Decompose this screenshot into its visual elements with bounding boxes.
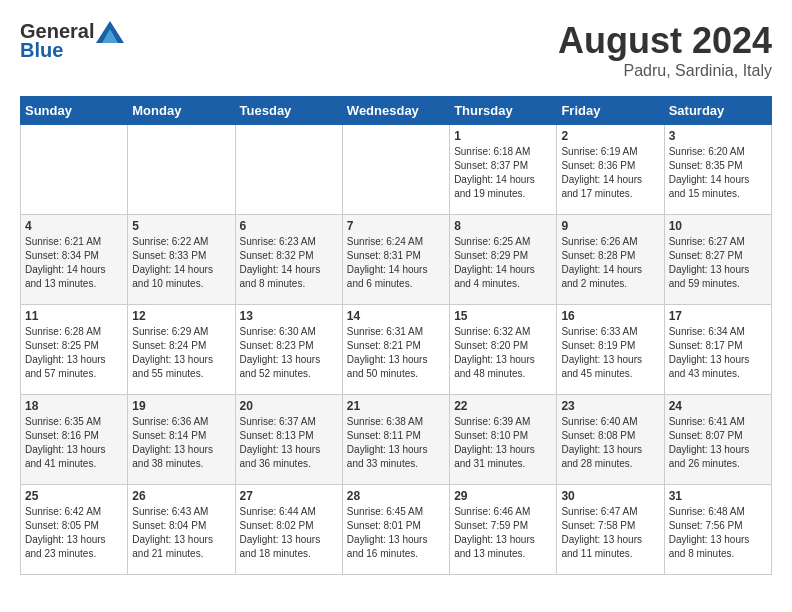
day-number: 2	[561, 129, 659, 143]
day-info: Sunrise: 6:44 AMSunset: 8:02 PMDaylight:…	[240, 505, 338, 561]
week-row-4: 18Sunrise: 6:35 AMSunset: 8:16 PMDayligh…	[21, 395, 772, 485]
calendar-cell	[342, 125, 449, 215]
calendar-table: SundayMondayTuesdayWednesdayThursdayFrid…	[20, 96, 772, 575]
day-number: 27	[240, 489, 338, 503]
day-number: 17	[669, 309, 767, 323]
calendar-cell: 29Sunrise: 6:46 AMSunset: 7:59 PMDayligh…	[450, 485, 557, 575]
month-title: August 2024	[558, 20, 772, 62]
page-header: General Blue August 2024 Padru, Sardinia…	[20, 20, 772, 80]
day-number: 26	[132, 489, 230, 503]
day-number: 29	[454, 489, 552, 503]
header-day-friday: Friday	[557, 97, 664, 125]
day-number: 22	[454, 399, 552, 413]
header-day-monday: Monday	[128, 97, 235, 125]
day-info: Sunrise: 6:41 AMSunset: 8:07 PMDaylight:…	[669, 415, 767, 471]
day-number: 9	[561, 219, 659, 233]
header-day-wednesday: Wednesday	[342, 97, 449, 125]
calendar-cell	[21, 125, 128, 215]
day-number: 4	[25, 219, 123, 233]
calendar-cell: 12Sunrise: 6:29 AMSunset: 8:24 PMDayligh…	[128, 305, 235, 395]
day-number: 15	[454, 309, 552, 323]
day-number: 28	[347, 489, 445, 503]
day-info: Sunrise: 6:39 AMSunset: 8:10 PMDaylight:…	[454, 415, 552, 471]
calendar-cell: 27Sunrise: 6:44 AMSunset: 8:02 PMDayligh…	[235, 485, 342, 575]
calendar-cell: 9Sunrise: 6:26 AMSunset: 8:28 PMDaylight…	[557, 215, 664, 305]
day-number: 16	[561, 309, 659, 323]
calendar-cell: 13Sunrise: 6:30 AMSunset: 8:23 PMDayligh…	[235, 305, 342, 395]
calendar-cell: 24Sunrise: 6:41 AMSunset: 8:07 PMDayligh…	[664, 395, 771, 485]
day-info: Sunrise: 6:18 AMSunset: 8:37 PMDaylight:…	[454, 145, 552, 201]
day-info: Sunrise: 6:31 AMSunset: 8:21 PMDaylight:…	[347, 325, 445, 381]
day-info: Sunrise: 6:26 AMSunset: 8:28 PMDaylight:…	[561, 235, 659, 291]
day-info: Sunrise: 6:21 AMSunset: 8:34 PMDaylight:…	[25, 235, 123, 291]
day-info: Sunrise: 6:20 AMSunset: 8:35 PMDaylight:…	[669, 145, 767, 201]
day-info: Sunrise: 6:35 AMSunset: 8:16 PMDaylight:…	[25, 415, 123, 471]
day-number: 23	[561, 399, 659, 413]
day-info: Sunrise: 6:42 AMSunset: 8:05 PMDaylight:…	[25, 505, 123, 561]
day-number: 12	[132, 309, 230, 323]
calendar-cell: 23Sunrise: 6:40 AMSunset: 8:08 PMDayligh…	[557, 395, 664, 485]
week-row-2: 4Sunrise: 6:21 AMSunset: 8:34 PMDaylight…	[21, 215, 772, 305]
day-info: Sunrise: 6:34 AMSunset: 8:17 PMDaylight:…	[669, 325, 767, 381]
calendar-cell: 19Sunrise: 6:36 AMSunset: 8:14 PMDayligh…	[128, 395, 235, 485]
day-number: 25	[25, 489, 123, 503]
calendar-cell: 16Sunrise: 6:33 AMSunset: 8:19 PMDayligh…	[557, 305, 664, 395]
week-row-1: 1Sunrise: 6:18 AMSunset: 8:37 PMDaylight…	[21, 125, 772, 215]
calendar-cell: 30Sunrise: 6:47 AMSunset: 7:58 PMDayligh…	[557, 485, 664, 575]
header-day-tuesday: Tuesday	[235, 97, 342, 125]
day-info: Sunrise: 6:47 AMSunset: 7:58 PMDaylight:…	[561, 505, 659, 561]
week-row-3: 11Sunrise: 6:28 AMSunset: 8:25 PMDayligh…	[21, 305, 772, 395]
calendar-cell	[128, 125, 235, 215]
day-number: 7	[347, 219, 445, 233]
calendar-cell: 26Sunrise: 6:43 AMSunset: 8:04 PMDayligh…	[128, 485, 235, 575]
calendar-cell: 6Sunrise: 6:23 AMSunset: 8:32 PMDaylight…	[235, 215, 342, 305]
calendar-cell: 2Sunrise: 6:19 AMSunset: 8:36 PMDaylight…	[557, 125, 664, 215]
logo: General Blue	[20, 20, 124, 62]
calendar-cell: 22Sunrise: 6:39 AMSunset: 8:10 PMDayligh…	[450, 395, 557, 485]
calendar-cell: 25Sunrise: 6:42 AMSunset: 8:05 PMDayligh…	[21, 485, 128, 575]
day-number: 21	[347, 399, 445, 413]
calendar-cell: 4Sunrise: 6:21 AMSunset: 8:34 PMDaylight…	[21, 215, 128, 305]
day-info: Sunrise: 6:29 AMSunset: 8:24 PMDaylight:…	[132, 325, 230, 381]
day-number: 18	[25, 399, 123, 413]
day-number: 1	[454, 129, 552, 143]
day-number: 3	[669, 129, 767, 143]
day-number: 8	[454, 219, 552, 233]
calendar-cell: 20Sunrise: 6:37 AMSunset: 8:13 PMDayligh…	[235, 395, 342, 485]
calendar-cell: 15Sunrise: 6:32 AMSunset: 8:20 PMDayligh…	[450, 305, 557, 395]
calendar-cell: 21Sunrise: 6:38 AMSunset: 8:11 PMDayligh…	[342, 395, 449, 485]
location-title: Padru, Sardinia, Italy	[558, 62, 772, 80]
day-info: Sunrise: 6:33 AMSunset: 8:19 PMDaylight:…	[561, 325, 659, 381]
day-info: Sunrise: 6:24 AMSunset: 8:31 PMDaylight:…	[347, 235, 445, 291]
day-info: Sunrise: 6:46 AMSunset: 7:59 PMDaylight:…	[454, 505, 552, 561]
day-info: Sunrise: 6:27 AMSunset: 8:27 PMDaylight:…	[669, 235, 767, 291]
calendar-cell: 1Sunrise: 6:18 AMSunset: 8:37 PMDaylight…	[450, 125, 557, 215]
header-day-thursday: Thursday	[450, 97, 557, 125]
day-number: 30	[561, 489, 659, 503]
calendar-cell: 31Sunrise: 6:48 AMSunset: 7:56 PMDayligh…	[664, 485, 771, 575]
day-info: Sunrise: 6:19 AMSunset: 8:36 PMDaylight:…	[561, 145, 659, 201]
calendar-cell: 10Sunrise: 6:27 AMSunset: 8:27 PMDayligh…	[664, 215, 771, 305]
logo-icon	[96, 21, 124, 43]
day-number: 31	[669, 489, 767, 503]
day-info: Sunrise: 6:23 AMSunset: 8:32 PMDaylight:…	[240, 235, 338, 291]
calendar-cell: 14Sunrise: 6:31 AMSunset: 8:21 PMDayligh…	[342, 305, 449, 395]
header-day-sunday: Sunday	[21, 97, 128, 125]
calendar-cell: 28Sunrise: 6:45 AMSunset: 8:01 PMDayligh…	[342, 485, 449, 575]
day-info: Sunrise: 6:45 AMSunset: 8:01 PMDaylight:…	[347, 505, 445, 561]
day-number: 10	[669, 219, 767, 233]
day-number: 6	[240, 219, 338, 233]
calendar-cell: 8Sunrise: 6:25 AMSunset: 8:29 PMDaylight…	[450, 215, 557, 305]
calendar-cell: 7Sunrise: 6:24 AMSunset: 8:31 PMDaylight…	[342, 215, 449, 305]
calendar-cell	[235, 125, 342, 215]
day-number: 13	[240, 309, 338, 323]
day-number: 19	[132, 399, 230, 413]
day-info: Sunrise: 6:43 AMSunset: 8:04 PMDaylight:…	[132, 505, 230, 561]
day-info: Sunrise: 6:22 AMSunset: 8:33 PMDaylight:…	[132, 235, 230, 291]
day-number: 11	[25, 309, 123, 323]
day-number: 5	[132, 219, 230, 233]
calendar-cell: 18Sunrise: 6:35 AMSunset: 8:16 PMDayligh…	[21, 395, 128, 485]
days-header-row: SundayMondayTuesdayWednesdayThursdayFrid…	[21, 97, 772, 125]
day-info: Sunrise: 6:40 AMSunset: 8:08 PMDaylight:…	[561, 415, 659, 471]
day-info: Sunrise: 6:28 AMSunset: 8:25 PMDaylight:…	[25, 325, 123, 381]
